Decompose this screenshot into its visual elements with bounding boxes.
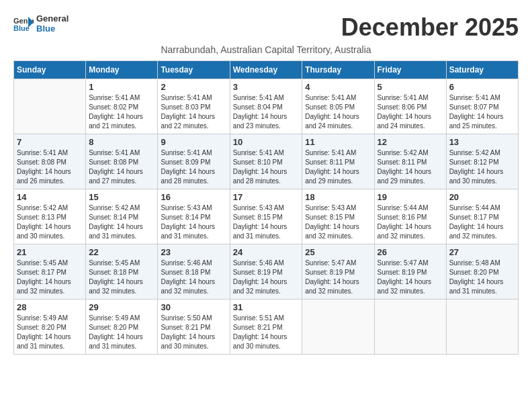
calendar-cell: 17Sunrise: 5:43 AMSunset: 8:15 PMDayligh… <box>230 189 302 244</box>
header-sunday: Sunday <box>14 61 86 79</box>
header-saturday: Saturday <box>446 61 518 79</box>
logo: General Blue General Blue <box>13 13 69 34</box>
calendar-cell: 19Sunrise: 5:44 AMSunset: 8:16 PMDayligh… <box>374 189 446 244</box>
logo-icon: General Blue <box>13 15 34 32</box>
calendar-cell: 8Sunrise: 5:41 AMSunset: 8:08 PMDaylight… <box>86 134 158 189</box>
calendar-cell: 27Sunrise: 5:48 AMSunset: 8:20 PMDayligh… <box>446 244 518 300</box>
day-info: Sunrise: 5:41 AMSunset: 8:08 PMDaylight:… <box>17 148 83 186</box>
calendar-cell: 3Sunrise: 5:41 AMSunset: 8:04 PMDaylight… <box>230 79 302 134</box>
day-info: Sunrise: 5:42 AMSunset: 8:12 PMDaylight:… <box>449 148 515 186</box>
day-number: 7 <box>17 137 83 147</box>
day-info: Sunrise: 5:41 AMSunset: 8:09 PMDaylight:… <box>161 148 226 186</box>
calendar-cell: 28Sunrise: 5:49 AMSunset: 8:20 PMDayligh… <box>14 300 86 355</box>
day-number: 11 <box>305 137 371 147</box>
calendar-cell: 6Sunrise: 5:41 AMSunset: 8:07 PMDaylight… <box>446 79 518 134</box>
day-number: 17 <box>233 192 300 202</box>
calendar: SundayMondayTuesdayWednesdayThursdayFrid… <box>13 60 519 355</box>
title-section: December 2025 <box>341 13 519 42</box>
day-number: 6 <box>449 82 515 92</box>
calendar-cell: 22Sunrise: 5:45 AMSunset: 8:18 PMDayligh… <box>86 244 158 300</box>
day-number: 19 <box>378 192 443 202</box>
day-info: Sunrise: 5:41 AMSunset: 8:06 PMDaylight:… <box>378 93 443 131</box>
day-info: Sunrise: 5:49 AMSunset: 8:20 PMDaylight:… <box>17 314 83 351</box>
day-info: Sunrise: 5:43 AMSunset: 8:15 PMDaylight:… <box>233 203 300 241</box>
calendar-cell <box>446 300 518 355</box>
calendar-cell: 4Sunrise: 5:41 AMSunset: 8:05 PMDaylight… <box>302 79 374 134</box>
day-number: 28 <box>17 302 83 312</box>
day-info: Sunrise: 5:50 AMSunset: 8:21 PMDaylight:… <box>161 314 226 351</box>
calendar-cell <box>374 300 446 355</box>
day-info: Sunrise: 5:41 AMSunset: 8:11 PMDaylight:… <box>305 148 371 186</box>
day-number: 16 <box>161 192 226 202</box>
calendar-cell: 5Sunrise: 5:41 AMSunset: 8:06 PMDaylight… <box>374 79 446 134</box>
day-number: 20 <box>449 192 515 202</box>
day-number: 10 <box>233 137 300 147</box>
calendar-week-row: 28Sunrise: 5:49 AMSunset: 8:20 PMDayligh… <box>14 300 519 355</box>
calendar-cell <box>14 79 86 134</box>
day-info: Sunrise: 5:41 AMSunset: 8:02 PMDaylight:… <box>89 93 154 131</box>
calendar-week-row: 14Sunrise: 5:42 AMSunset: 8:13 PMDayligh… <box>14 189 519 244</box>
day-number: 14 <box>17 192 83 202</box>
day-number: 5 <box>378 82 443 92</box>
day-number: 29 <box>89 302 154 312</box>
calendar-cell: 21Sunrise: 5:45 AMSunset: 8:17 PMDayligh… <box>14 244 86 300</box>
day-info: Sunrise: 5:41 AMSunset: 8:04 PMDaylight:… <box>233 93 300 131</box>
calendar-cell: 7Sunrise: 5:41 AMSunset: 8:08 PMDaylight… <box>14 134 86 189</box>
day-number: 22 <box>89 247 154 257</box>
calendar-cell: 18Sunrise: 5:43 AMSunset: 8:15 PMDayligh… <box>302 189 374 244</box>
day-info: Sunrise: 5:51 AMSunset: 8:21 PMDaylight:… <box>233 314 300 351</box>
day-number: 9 <box>161 137 226 147</box>
day-info: Sunrise: 5:41 AMSunset: 8:05 PMDaylight:… <box>305 93 371 131</box>
calendar-cell: 16Sunrise: 5:43 AMSunset: 8:14 PMDayligh… <box>158 189 230 244</box>
day-number: 18 <box>305 192 371 202</box>
day-number: 26 <box>378 247 443 257</box>
day-number: 21 <box>17 247 83 257</box>
day-number: 1 <box>89 82 154 92</box>
calendar-cell: 20Sunrise: 5:44 AMSunset: 8:17 PMDayligh… <box>446 189 518 244</box>
day-info: Sunrise: 5:48 AMSunset: 8:20 PMDaylight:… <box>449 259 515 296</box>
logo-line2: Blue <box>36 24 69 34</box>
day-info: Sunrise: 5:46 AMSunset: 8:18 PMDaylight:… <box>161 259 226 296</box>
header-wednesday: Wednesday <box>230 61 302 79</box>
svg-text:Blue: Blue <box>13 24 30 32</box>
calendar-cell: 29Sunrise: 5:49 AMSunset: 8:20 PMDayligh… <box>86 300 158 355</box>
month-title: December 2025 <box>341 13 519 42</box>
day-info: Sunrise: 5:42 AMSunset: 8:11 PMDaylight:… <box>378 148 443 186</box>
day-info: Sunrise: 5:44 AMSunset: 8:17 PMDaylight:… <box>449 203 515 241</box>
day-number: 23 <box>161 247 226 257</box>
calendar-cell: 31Sunrise: 5:51 AMSunset: 8:21 PMDayligh… <box>230 300 302 355</box>
day-info: Sunrise: 5:43 AMSunset: 8:15 PMDaylight:… <box>305 203 371 241</box>
day-info: Sunrise: 5:41 AMSunset: 8:10 PMDaylight:… <box>233 148 300 186</box>
calendar-week-row: 7Sunrise: 5:41 AMSunset: 8:08 PMDaylight… <box>14 134 519 189</box>
day-number: 2 <box>161 82 226 92</box>
calendar-cell: 23Sunrise: 5:46 AMSunset: 8:18 PMDayligh… <box>158 244 230 300</box>
day-info: Sunrise: 5:41 AMSunset: 8:03 PMDaylight:… <box>161 93 226 131</box>
calendar-cell: 11Sunrise: 5:41 AMSunset: 8:11 PMDayligh… <box>302 134 374 189</box>
header-tuesday: Tuesday <box>158 61 230 79</box>
day-number: 4 <box>305 82 371 92</box>
location-title: Narrabundah, Australian Capital Territor… <box>13 44 519 55</box>
day-info: Sunrise: 5:41 AMSunset: 8:08 PMDaylight:… <box>89 148 154 186</box>
day-info: Sunrise: 5:46 AMSunset: 8:19 PMDaylight:… <box>233 259 300 296</box>
day-number: 12 <box>378 137 443 147</box>
day-info: Sunrise: 5:47 AMSunset: 8:19 PMDaylight:… <box>378 259 443 296</box>
header-friday: Friday <box>374 61 446 79</box>
calendar-cell <box>302 300 374 355</box>
calendar-cell: 12Sunrise: 5:42 AMSunset: 8:11 PMDayligh… <box>374 134 446 189</box>
calendar-cell: 1Sunrise: 5:41 AMSunset: 8:02 PMDaylight… <box>86 79 158 134</box>
day-number: 31 <box>233 302 300 312</box>
day-number: 25 <box>305 247 371 257</box>
calendar-week-row: 21Sunrise: 5:45 AMSunset: 8:17 PMDayligh… <box>14 244 519 300</box>
day-number: 15 <box>89 192 154 202</box>
day-number: 30 <box>161 302 226 312</box>
day-info: Sunrise: 5:42 AMSunset: 8:13 PMDaylight:… <box>17 203 83 241</box>
day-number: 24 <box>233 247 300 257</box>
calendar-cell: 24Sunrise: 5:46 AMSunset: 8:19 PMDayligh… <box>230 244 302 300</box>
day-info: Sunrise: 5:42 AMSunset: 8:14 PMDaylight:… <box>89 203 154 241</box>
day-number: 3 <box>233 82 300 92</box>
calendar-cell: 2Sunrise: 5:41 AMSunset: 8:03 PMDaylight… <box>158 79 230 134</box>
calendar-header-row: SundayMondayTuesdayWednesdayThursdayFrid… <box>14 61 519 79</box>
calendar-cell: 15Sunrise: 5:42 AMSunset: 8:14 PMDayligh… <box>86 189 158 244</box>
day-info: Sunrise: 5:43 AMSunset: 8:14 PMDaylight:… <box>161 203 226 241</box>
page-header: General Blue General Blue December 2025 <box>13 13 519 42</box>
